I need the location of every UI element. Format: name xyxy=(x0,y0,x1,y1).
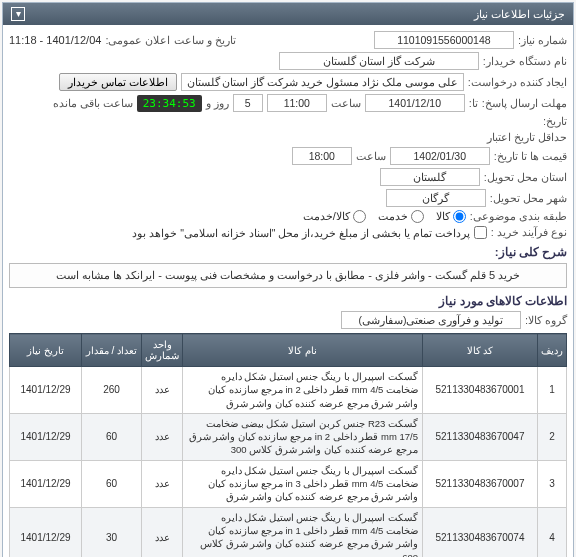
cell-unit: عدد xyxy=(142,507,183,557)
goods-group-label: گروه کالا: xyxy=(525,314,567,327)
deadline-time: 11:00 xyxy=(267,94,327,112)
need-no-label: شماره نیاز: xyxy=(518,34,567,47)
cell-unit: عدد xyxy=(142,460,183,507)
city-label: شهر محل تحویل: xyxy=(490,192,567,205)
th-code: کد کالا xyxy=(423,334,538,367)
table-row: 45211330483670074گسکت اسپیرال با رینگ جن… xyxy=(10,507,567,557)
cell-unit: عدد xyxy=(142,413,183,460)
announce-value: 1401/12/04 - 11:18 xyxy=(9,34,101,46)
radio-both-input[interactable] xyxy=(353,210,366,223)
radio-service-input[interactable] xyxy=(411,210,424,223)
need-no-value: 1101091556000148 xyxy=(374,31,514,49)
cell-qty: 60 xyxy=(82,460,142,507)
goods-section-title: اطلاعات کالاهای مورد نیاز xyxy=(9,294,567,308)
buyer-org-label: نام دستگاه خریدار: xyxy=(483,55,567,68)
cell-idx: 3 xyxy=(538,460,567,507)
deadline-date: 1401/12/10 xyxy=(365,94,465,112)
panel-title: جزئیات اطلاعات نیاز xyxy=(474,8,565,21)
until-label: تا: xyxy=(469,97,478,110)
goods-table: ردیف کد کالا نام کالا واحد شمارش تعداد /… xyxy=(9,333,567,557)
subject-count-label: طبقه بندی موضوعی: xyxy=(470,210,567,223)
cell-name: گسکت R23 جنس کربن استیل شکل بیضی ضخامت 1… xyxy=(183,413,423,460)
process-label: نوع فرآیند خرید : xyxy=(491,226,567,239)
cell-code: 5211330483670047 xyxy=(423,413,538,460)
radio-service-label: خدمت xyxy=(378,210,408,223)
send-deadline-label: مهلت ارسال پاسخ: xyxy=(482,97,567,110)
goods-group-value: تولید و فرآوری صنعتی(سفارشی) xyxy=(341,311,521,329)
cell-code: 5211330483670001 xyxy=(423,367,538,414)
th-name: نام کالا xyxy=(183,334,423,367)
province-label: استان محل تحویل: xyxy=(484,171,567,184)
cell-unit: عدد xyxy=(142,367,183,414)
history-label: تاریخ: xyxy=(543,115,567,128)
buyer-org-value: شرکت گاز استان گلستان xyxy=(279,52,479,70)
cell-qty: 30 xyxy=(82,507,142,557)
description-title: شرح کلی نیاز: xyxy=(9,245,567,259)
cell-name: گسکت اسپیرال با رینگ جنس استیل شکل دایره… xyxy=(183,460,423,507)
time-label-1: ساعت xyxy=(331,97,361,110)
cell-date: 1401/12/29 xyxy=(10,460,82,507)
prepay-checkbox[interactable] xyxy=(474,226,487,239)
subject-radio-group: کالا خدمت کالا/خدمت xyxy=(303,210,466,223)
th-row: ردیف xyxy=(538,334,567,367)
remain-suffix: ساعت باقی مانده xyxy=(53,97,133,110)
th-qty: تعداد / مقدار xyxy=(82,334,142,367)
table-row: 25211330483670047گسکت R23 جنس کربن استیل… xyxy=(10,413,567,460)
cell-date: 1401/12/29 xyxy=(10,413,82,460)
radio-goods[interactable]: کالا xyxy=(436,210,466,223)
requester-value: علی موسی ملک نژاد مسئول خرید شرکت گاز اس… xyxy=(181,73,464,91)
table-header-row: ردیف کد کالا نام کالا واحد شمارش تعداد /… xyxy=(10,334,567,367)
radio-both[interactable]: کالا/خدمت xyxy=(303,210,366,223)
quote-until-label: قیمت ها تا تاریخ: xyxy=(494,150,567,163)
radio-service[interactable]: خدمت xyxy=(378,210,424,223)
radio-both-label: کالا/خدمت xyxy=(303,210,350,223)
days-and-label: روز و xyxy=(206,97,229,110)
announce-label: تاریخ و ساعت اعلان عمومی: xyxy=(105,34,235,47)
cell-name: گسکت اسپیرال با رینگ جنس استیل شکل دایره… xyxy=(183,507,423,557)
cell-qty: 60 xyxy=(82,413,142,460)
collapse-icon[interactable]: ▾ xyxy=(11,7,25,21)
panel-body: شماره نیاز: 1101091556000148 تاریخ و ساع… xyxy=(3,25,573,557)
radio-goods-input[interactable] xyxy=(453,210,466,223)
prepay-text: پرداخت تمام یا بخشی از مبلغ خرید،از محل … xyxy=(132,227,469,239)
valid-time: 18:00 xyxy=(292,147,352,165)
city-value: گرگان xyxy=(386,189,486,207)
th-unit: واحد شمارش xyxy=(142,334,183,367)
countdown-timer: 23:34:53 xyxy=(137,95,202,112)
table-row: 35211330483670007گسکت اسپیرال با رینگ جن… xyxy=(10,460,567,507)
need-details-panel: جزئیات اطلاعات نیاز ▾ شماره نیاز: 110109… xyxy=(2,2,574,557)
cell-idx: 2 xyxy=(538,413,567,460)
valid-date: 1402/01/30 xyxy=(390,147,490,165)
min-valid-label: حداقل تاریخ اعتبار xyxy=(487,131,567,144)
requester-label: ایجاد کننده درخواست: xyxy=(468,76,567,89)
cell-date: 1401/12/29 xyxy=(10,507,82,557)
radio-goods-label: کالا xyxy=(436,210,450,223)
cell-qty: 260 xyxy=(82,367,142,414)
cell-code: 5211330483670074 xyxy=(423,507,538,557)
description-text: خرید 5 قلم گسکت - واشر فلزی - مطابق با د… xyxy=(9,263,567,288)
th-date: تاریخ نیاز xyxy=(10,334,82,367)
time-label-2: ساعت xyxy=(356,150,386,163)
cell-idx: 4 xyxy=(538,507,567,557)
table-row: 15211330483670001گسکت اسپیرال با رینگ جن… xyxy=(10,367,567,414)
panel-header: جزئیات اطلاعات نیاز ▾ xyxy=(3,3,573,25)
prepay-checkbox-row[interactable]: پرداخت تمام یا بخشی از مبلغ خرید،از محل … xyxy=(132,226,486,239)
cell-name: گسکت اسپیرال با رینگ جنس استیل شکل دایره… xyxy=(183,367,423,414)
cell-idx: 1 xyxy=(538,367,567,414)
province-value: گلستان xyxy=(380,168,480,186)
cell-code: 5211330483670007 xyxy=(423,460,538,507)
contact-buyer-button[interactable]: اطلاعات تماس خریدار xyxy=(59,73,177,91)
remain-days: 5 xyxy=(233,94,263,112)
cell-date: 1401/12/29 xyxy=(10,367,82,414)
